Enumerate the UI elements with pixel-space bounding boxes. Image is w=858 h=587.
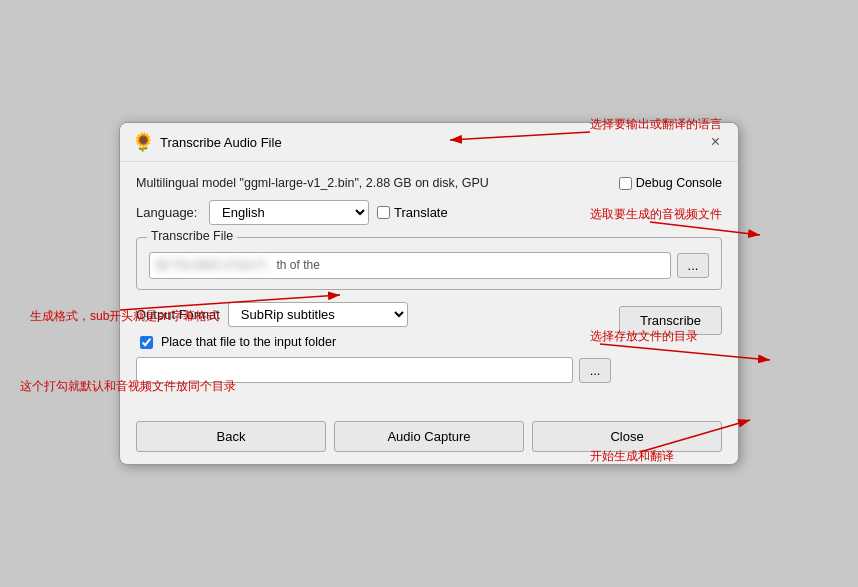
place-folder-text: Place that file to the input folder <box>161 335 336 349</box>
output-section: Output Format SubRip subtitles Place tha… <box>136 302 611 391</box>
transcribe-file-group: Transcribe File 制·The Birth of the P... … <box>136 237 722 290</box>
browse-folder-button[interactable]: ... <box>579 358 611 383</box>
model-info-text: Multilingual model "ggml-large-v1_2.bin"… <box>136 176 489 190</box>
translate-text: Translate <box>394 205 448 220</box>
output-format-row: Output Format SubRip subtitles <box>136 302 611 327</box>
translate-checkbox[interactable] <box>377 206 390 219</box>
debug-console-checkbox[interactable] <box>619 177 632 190</box>
folder-path-input[interactable] <box>136 357 573 383</box>
group-label: Transcribe File <box>147 229 237 243</box>
close-window-button[interactable]: × <box>705 131 726 153</box>
language-row: Language: English Translate <box>136 200 722 225</box>
transcribe-button[interactable]: Transcribe <box>619 306 722 335</box>
app-icon: 🌻 <box>132 131 154 153</box>
place-folder-checkbox[interactable] <box>140 336 153 349</box>
place-folder-label[interactable]: Place that file to the input folder <box>140 335 611 349</box>
main-dialog: 🌻 Transcribe Audio File × Multilingual m… <box>119 122 739 465</box>
output-format-label: Output Format <box>136 307 220 322</box>
bottom-buttons: Back Audio Capture Close <box>120 413 738 464</box>
debug-console-label[interactable]: Debug Console <box>619 176 722 190</box>
file-path-display: 制·The Birth of the P... th of the <box>149 252 671 279</box>
folder-row: ... <box>136 357 611 383</box>
browse-file-button[interactable]: ... <box>677 253 709 278</box>
model-info-row: Multilingual model "ggml-large-v1_2.bin"… <box>136 176 722 190</box>
close-button[interactable]: Close <box>532 421 722 452</box>
translate-label[interactable]: Translate <box>377 205 448 220</box>
title-bar: 🌻 Transcribe Audio File × <box>120 123 738 162</box>
window-title: Transcribe Audio File <box>160 135 282 150</box>
back-button[interactable]: Back <box>136 421 326 452</box>
debug-console-text: Debug Console <box>636 176 722 190</box>
file-row: 制·The Birth of the P... th of the ... <box>149 252 709 279</box>
output-format-select[interactable]: SubRip subtitles <box>228 302 408 327</box>
language-select[interactable]: English <box>209 200 369 225</box>
language-label: Language: <box>136 205 201 220</box>
audio-capture-button[interactable]: Audio Capture <box>334 421 524 452</box>
